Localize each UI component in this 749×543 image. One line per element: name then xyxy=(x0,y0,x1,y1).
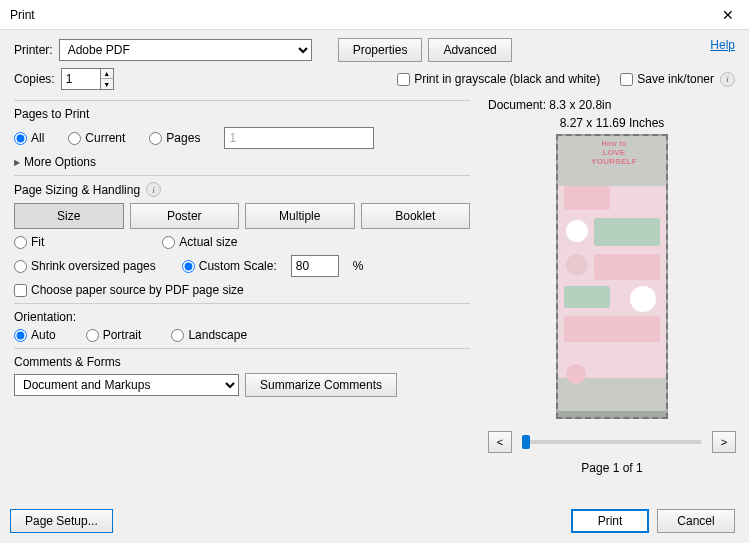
page-indicator: Page 1 of 1 xyxy=(488,461,736,475)
fit-radio[interactable] xyxy=(14,236,27,249)
portrait-label: Portrait xyxy=(103,328,142,342)
doc-size-label: Document: 8.3 x 20.8in xyxy=(488,98,736,112)
auto-label: Auto xyxy=(31,328,56,342)
slider-thumb[interactable] xyxy=(522,435,530,449)
properties-button[interactable]: Properties xyxy=(338,38,423,62)
sizing-title: Page Sizing & Handling xyxy=(14,183,140,197)
cancel-button[interactable]: Cancel xyxy=(657,509,735,533)
dialog-body: Help Printer: Adobe PDF Properties Advan… xyxy=(0,30,749,543)
booklet-tab[interactable]: Booklet xyxy=(361,203,471,229)
info-icon[interactable]: i xyxy=(146,182,161,197)
orientation-title: Orientation: xyxy=(14,310,470,324)
more-options-toggle[interactable]: More Options xyxy=(14,155,470,169)
orientation-section: Orientation: Auto Portrait Landscape xyxy=(14,303,470,342)
window-title: Print xyxy=(10,8,35,22)
printer-row: Printer: Adobe PDF Properties Advanced xyxy=(14,38,735,62)
custom-radio[interactable] xyxy=(182,260,195,273)
spin-up-icon[interactable]: ▲ xyxy=(101,69,113,79)
shrink-label: Shrink oversized pages xyxy=(31,259,156,273)
help-link[interactable]: Help xyxy=(710,38,735,52)
fit-label: Fit xyxy=(31,235,44,249)
copies-label: Copies: xyxy=(14,72,55,86)
grayscale-label: Print in grayscale (black and white) xyxy=(414,72,600,86)
sizing-section: Page Sizing & Handling i Size Poster Mul… xyxy=(14,175,470,297)
pages-radio[interactable] xyxy=(149,132,162,145)
portrait-radio[interactable] xyxy=(86,329,99,342)
prev-page-button[interactable]: < xyxy=(488,431,512,453)
preview-document: How to LOVE YOURSELF xyxy=(558,136,668,411)
info-icon[interactable]: i xyxy=(720,72,735,87)
size-tab[interactable]: Size xyxy=(14,203,124,229)
paper-size-label: 8.27 x 11.69 Inches xyxy=(488,116,736,130)
percent-label: % xyxy=(353,259,364,273)
landscape-label: Landscape xyxy=(188,328,247,342)
actual-label: Actual size xyxy=(179,235,237,249)
advanced-button[interactable]: Advanced xyxy=(428,38,511,62)
comments-section: Comments & Forms Document and Markups Su… xyxy=(14,348,470,397)
comments-select[interactable]: Document and Markups xyxy=(14,374,239,396)
pages-to-print-title: Pages to Print xyxy=(14,107,470,121)
current-label: Current xyxy=(85,131,125,145)
pages-range-input[interactable] xyxy=(224,127,374,149)
comments-title: Comments & Forms xyxy=(14,355,470,369)
footer-row: Page Setup... Print Cancel xyxy=(10,509,735,533)
saveink-checkbox[interactable] xyxy=(620,73,633,86)
all-radio[interactable] xyxy=(14,132,27,145)
custom-scale-input[interactable] xyxy=(291,255,339,277)
printer-select[interactable]: Adobe PDF xyxy=(59,39,312,61)
spin-down-icon[interactable]: ▼ xyxy=(101,79,113,89)
title-bar: Print ✕ xyxy=(0,0,749,30)
page-setup-button[interactable]: Page Setup... xyxy=(10,509,113,533)
pages-to-print-section: Pages to Print All Current Pages More Op… xyxy=(14,100,470,169)
zoom-slider[interactable] xyxy=(522,440,702,444)
pages-label: Pages xyxy=(166,131,200,145)
print-button[interactable]: Print xyxy=(571,509,649,533)
grayscale-checkbox[interactable] xyxy=(397,73,410,86)
copies-input[interactable] xyxy=(61,68,101,90)
summarize-button[interactable]: Summarize Comments xyxy=(245,373,397,397)
saveink-label: Save ink/toner xyxy=(637,72,714,86)
papersource-checkbox[interactable] xyxy=(14,284,27,297)
shrink-radio[interactable] xyxy=(14,260,27,273)
poster-tab[interactable]: Poster xyxy=(130,203,240,229)
auto-radio[interactable] xyxy=(14,329,27,342)
printer-label: Printer: xyxy=(14,43,53,57)
next-page-button[interactable]: > xyxy=(712,431,736,453)
custom-label: Custom Scale: xyxy=(199,259,277,273)
copies-spinner[interactable]: ▲▼ xyxy=(101,68,114,90)
preview-pane: Document: 8.3 x 20.8in 8.27 x 11.69 Inch… xyxy=(488,98,736,475)
copies-row: Copies: ▲▼ Print in grayscale (black and… xyxy=(14,68,735,90)
current-radio[interactable] xyxy=(68,132,81,145)
actual-radio[interactable] xyxy=(162,236,175,249)
page-preview: How to LOVE YOURSELF xyxy=(556,134,668,419)
multiple-tab[interactable]: Multiple xyxy=(245,203,355,229)
papersource-label: Choose paper source by PDF page size xyxy=(31,283,244,297)
all-label: All xyxy=(31,131,44,145)
landscape-radio[interactable] xyxy=(171,329,184,342)
close-button[interactable]: ✕ xyxy=(715,2,741,28)
